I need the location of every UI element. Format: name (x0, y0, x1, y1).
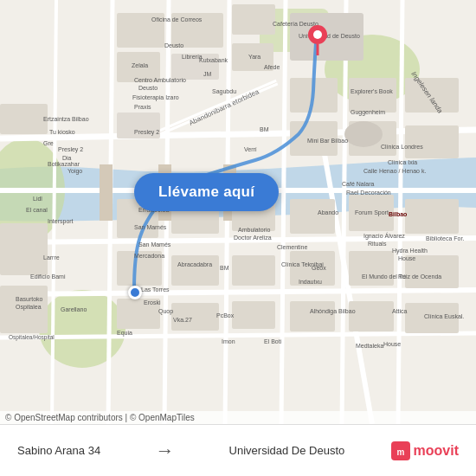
svg-text:Ospitalea/Hospital: Ospitalea/Hospital (9, 334, 55, 341)
svg-text:Mini Bar Bilbao: Mini Bar Bilbao (307, 138, 348, 144)
svg-text:Abracadabra: Abracadabra (177, 261, 212, 267)
route-from-label: Sabino Arana 34 (17, 444, 100, 457)
svg-text:BM: BM (260, 126, 269, 132)
svg-text:Clínica Ixia: Clínica Ixia (388, 159, 417, 165)
svg-text:Ruiz de Ocenda: Ruiz de Ocenda (398, 273, 441, 280)
svg-text:Rituals: Rituals (368, 241, 387, 247)
moovit-logo-text: moovit (414, 443, 459, 459)
svg-text:Basurtoko: Basurtoko (16, 296, 43, 302)
svg-text:Kutxabank: Kutxabank (199, 57, 228, 63)
svg-text:Clínica Euskal.: Clínica Euskal. (424, 313, 464, 319)
svg-text:Ertzaintzа Bilbao: Ertzaintzа Bilbao (43, 116, 89, 122)
origin-dot (128, 286, 142, 299)
svg-text:Geox: Geox (312, 265, 326, 271)
svg-rect-45 (349, 78, 396, 113)
svg-text:Clínica Londres: Clínica Londres (381, 144, 423, 150)
svg-text:Deusto: Deusto (164, 42, 183, 48)
svg-text:Imon: Imon (222, 338, 235, 344)
lleva-button[interactable]: Llévame aquí (134, 173, 279, 211)
svg-rect-22 (232, 4, 275, 35)
svg-text:Eroski: Eroski (144, 299, 161, 306)
svg-text:Vka.27: Vka.27 (173, 317, 192, 323)
svg-text:Doctor Areliza: Doctor Areliza (234, 235, 272, 241)
svg-text:Indautxu: Indautxu (299, 279, 322, 285)
svg-text:Verrí: Verrí (244, 146, 257, 152)
svg-text:Praxis: Praxis (134, 104, 151, 110)
route-arrow-icon: → (155, 440, 174, 462)
svg-rect-51 (405, 125, 459, 158)
svg-text:PcBox: PcBox (216, 312, 235, 318)
svg-text:Dia: Dia (62, 155, 72, 161)
svg-text:Centro Ambulatorio: Centro Ambulatorio (134, 77, 186, 83)
svg-rect-27 (0, 104, 48, 134)
svg-text:Intersport: Intersport (48, 218, 74, 225)
svg-text:Calle Henao / Henao k.: Calle Henao / Henao k. (363, 168, 426, 174)
map-attribution: © OpenStreetMap contributors | © OpenMap… (0, 411, 476, 424)
svg-text:Medtaleka: Medtaleka (356, 343, 383, 349)
svg-text:Afede: Afede (264, 64, 280, 70)
svg-text:Ambulatorio: Ambulatorio (238, 227, 270, 233)
svg-text:House: House (398, 255, 415, 261)
svg-rect-39 (232, 301, 275, 329)
route-to: Universidad De Deusto (229, 444, 345, 457)
moovit-logo-icon: m (391, 441, 410, 460)
svg-text:Ospitalea: Ospitalea (16, 304, 42, 311)
svg-text:House: House (383, 341, 401, 347)
svg-text:Café Nalara: Café Nalara (342, 181, 374, 187)
svg-text:Clementine: Clementine (277, 244, 308, 250)
map-background: Abandonibarra etorbidea Cafetería Deusto… (0, 0, 476, 424)
svg-rect-44 (290, 301, 335, 331)
svg-text:Quop: Quop (158, 308, 173, 315)
svg-text:Botikazahar: Botikazahar (48, 161, 80, 167)
svg-text:Rael Decoración: Rael Decoración (346, 190, 391, 196)
svg-text:Ignacio Álvarez: Ignacio Álvarez (363, 232, 405, 240)
svg-text:JM: JM (203, 71, 212, 77)
svg-rect-42 (290, 199, 335, 234)
svg-rect-48 (349, 251, 394, 286)
svg-rect-35 (171, 255, 219, 286)
svg-text:Larrre: Larrre (43, 254, 60, 261)
svg-text:Attica: Attica (392, 308, 408, 314)
svg-text:Tu kiosko: Tu kiosko (49, 129, 75, 135)
svg-text:Guggenheim: Guggenheim (351, 109, 385, 116)
svg-text:BM: BM (220, 265, 229, 271)
svg-rect-36 (232, 255, 275, 286)
svg-text:Gre: Gre (43, 140, 54, 146)
svg-text:Oficina de Correos: Oficina de Correos (151, 16, 203, 23)
map-container: Abandonibarra etorbidea Cafetería Deusto… (0, 0, 476, 424)
svg-rect-28 (0, 223, 48, 275)
bottom-bar: Sabino Arana 34 → Universidad De Deusto … (0, 424, 476, 476)
svg-text:Yara: Yara (248, 54, 261, 60)
svg-point-141 (313, 30, 322, 39)
svg-text:El canal: El canal (26, 207, 48, 213)
svg-text:Fisioterapia Izaro: Fisioterapia Izaro (132, 94, 179, 101)
svg-rect-17 (100, 164, 113, 221)
svg-text:Bilbao: Bilbao (389, 211, 407, 217)
svg-text:El Boti: El Boti (264, 338, 282, 344)
svg-rect-49 (349, 301, 394, 331)
svg-text:Presley 2: Presley 2 (58, 146, 83, 153)
svg-text:Edificio Bami: Edificio Bami (30, 273, 66, 280)
svg-text:Mercadona: Mercadona (134, 253, 164, 259)
svg-text:San Mamés: San Mamés (134, 224, 167, 230)
svg-text:Deusto: Deusto (138, 85, 158, 91)
svg-text:Sagubdu: Sagubdu (212, 88, 236, 95)
svg-text:Garellano: Garellano (61, 306, 87, 312)
svg-text:Alhóndiga Bilbao: Alhóndiga Bilbao (310, 308, 356, 315)
svg-text:Explorer's Book: Explorer's Book (351, 88, 393, 95)
svg-text:Forum Sport: Forum Sport (355, 209, 389, 216)
svg-text:Hydra Health: Hydra Health (392, 248, 428, 254)
svg-text:Equia: Equia (117, 330, 132, 337)
svg-text:Las Torres: Las Torres (141, 286, 170, 293)
svg-text:Abando: Abando (318, 209, 338, 215)
route-from: Sabino Arana 34 (17, 444, 100, 457)
svg-text:m: m (396, 447, 404, 456)
svg-text:Yoigo: Yoigo (68, 168, 82, 175)
moovit-logo: m moovit (391, 441, 459, 460)
svg-text:Lidl: Lidl (33, 196, 42, 202)
svg-point-55 (344, 121, 383, 147)
route-to-label: Universidad De Deusto (229, 444, 345, 457)
svg-text:San Mamés: San Mamés (138, 241, 171, 248)
svg-rect-52 (405, 199, 459, 234)
destination-pin (307, 24, 328, 59)
